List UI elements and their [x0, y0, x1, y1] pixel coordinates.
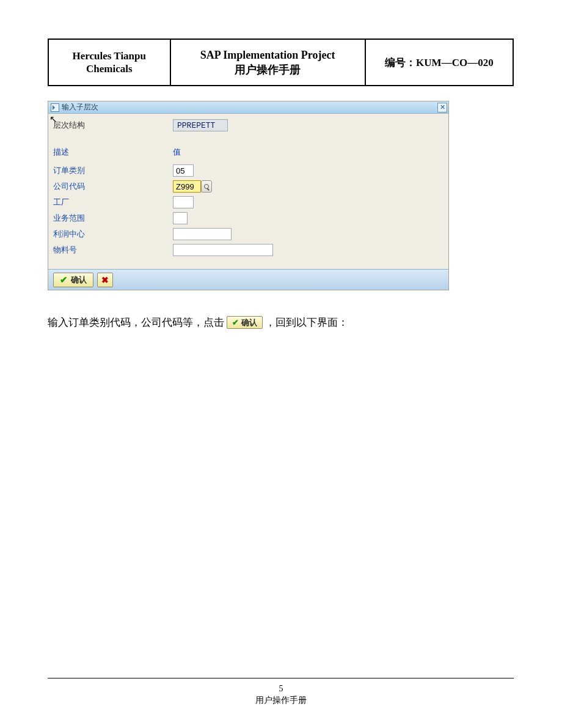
instruction-before: 输入订单类别代码，公司代码等，点击 — [48, 315, 224, 329]
f4-help-button[interactable] — [201, 180, 212, 193]
project-cell: SAP Implementation Project 用户操作手册 — [170, 39, 365, 86]
input-plant[interactable] — [173, 196, 194, 208]
value-hierarchy: PPREPETT — [173, 119, 228, 131]
company-name: Hercules TianpuChemicals — [73, 50, 146, 75]
confirm-button[interactable]: ✔ 确认 — [53, 273, 93, 287]
page-number: 5 — [0, 684, 562, 694]
column-headers: 描述 值 — [53, 144, 443, 160]
row-profit-ctr: 利润中心 — [53, 226, 443, 242]
sap-screenshot: 输入子层次 ✕ ↖ 层次结构 PPREPETT 描述 值 订单类别 公司代码 — [48, 101, 449, 290]
inline-confirm-button: ✔ 确认 — [227, 316, 263, 329]
input-profit-ctr[interactable] — [173, 228, 232, 240]
label-profit-ctr[interactable]: 利润中心 — [53, 229, 173, 240]
input-material[interactable] — [173, 244, 273, 256]
footer-text: 用户操作手册 — [0, 695, 562, 706]
close-icon: ✕ — [440, 104, 445, 111]
docno-value: KUM—CO—020 — [416, 57, 494, 68]
col-val: 值 — [173, 147, 210, 158]
docno-label: 编号： — [385, 57, 416, 68]
label-hierarchy: 层次结构 — [53, 120, 173, 131]
input-order-type[interactable] — [173, 164, 194, 177]
input-bus-area[interactable] — [173, 212, 188, 224]
inline-confirm-label: 确认 — [241, 317, 257, 328]
footer-rule — [48, 678, 514, 678]
input-company-code[interactable] — [173, 180, 201, 193]
check-icon: ✔ — [232, 318, 239, 328]
check-icon: ✔ — [60, 274, 68, 285]
row-plant: 工厂 — [53, 194, 443, 210]
company-cell: Hercules TianpuChemicals — [48, 39, 170, 86]
docno-cell: 编号：KUM—CO—020 — [365, 39, 513, 86]
project-title-line2: 用户操作手册 — [172, 62, 364, 77]
sap-footer: ✔ 确认 ✖ — [48, 269, 448, 290]
instruction-line: 输入订单类别代码，公司代码等，点击 ✔ 确认 ，回到以下界面： — [48, 315, 348, 329]
cancel-icon: ✖ — [101, 275, 109, 285]
doc-header-table: Hercules TianpuChemicals SAP Implementat… — [48, 39, 514, 86]
row-bus-area: 业务范围 — [53, 210, 443, 226]
label-plant[interactable]: 工厂 — [53, 197, 173, 208]
col-desc: 描述 — [53, 147, 173, 158]
sap-body: 层次结构 PPREPETT 描述 值 订单类别 公司代码 工厂 — [48, 114, 448, 269]
close-button[interactable]: ✕ — [437, 103, 447, 112]
label-company-code[interactable]: 公司代码 — [53, 181, 173, 192]
sap-titlebar: 输入子层次 ✕ — [48, 101, 448, 114]
system-menu-icon[interactable] — [51, 103, 59, 112]
instruction-after: ，回到以下界面： — [265, 315, 348, 329]
label-material[interactable]: 物料号 — [53, 245, 173, 256]
row-material: 物料号 — [53, 242, 443, 258]
row-hierarchy: 层次结构 PPREPETT — [53, 117, 443, 133]
search-icon — [204, 184, 209, 189]
cancel-button[interactable]: ✖ — [97, 273, 113, 287]
row-order-type: 订单类别 — [53, 163, 443, 178]
label-bus-area[interactable]: 业务范围 — [53, 213, 173, 224]
dialog-title: 输入子层次 — [62, 102, 437, 112]
confirm-label: 确认 — [71, 274, 87, 285]
project-title-line1: SAP Implementation Project — [172, 48, 364, 62]
row-company-code: 公司代码 — [53, 178, 443, 194]
sap-dialog: 输入子层次 ✕ ↖ 层次结构 PPREPETT 描述 值 订单类别 公司代码 — [48, 101, 449, 290]
label-order-type[interactable]: 订单类别 — [53, 165, 173, 176]
